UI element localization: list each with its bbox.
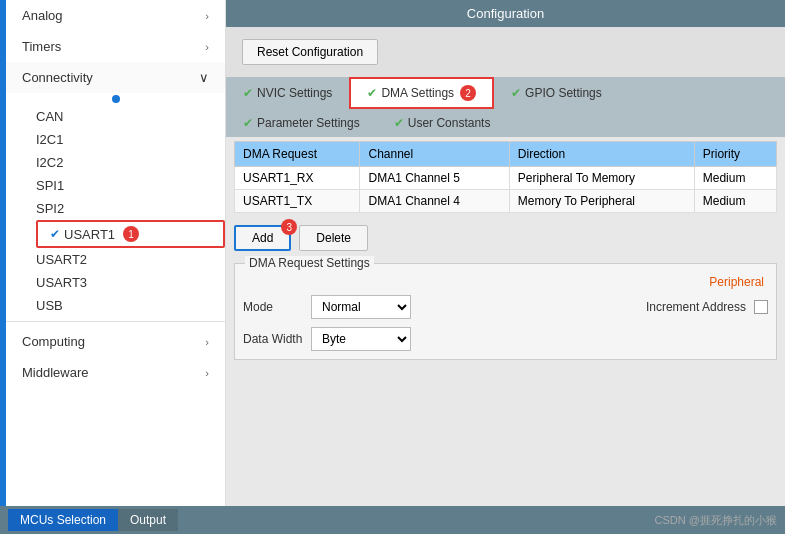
sidebar-sub-item-can[interactable]: CAN: [36, 105, 225, 128]
col-header-direction: Direction: [509, 142, 694, 167]
chevron-down-icon: ∨: [199, 70, 209, 85]
sidebar-item-connectivity[interactable]: Connectivity ∨: [6, 62, 225, 93]
mode-row: Mode Normal Circular Increment Address: [243, 295, 768, 319]
sidebar-sub-item-usart1[interactable]: ✔ USART1 1: [36, 220, 225, 248]
cell-priority: Medium: [694, 190, 776, 213]
connectivity-submenu: CAN I2C1 I2C2 SPI1 SPI2 ✔ USART1 1 USART…: [6, 105, 225, 317]
tab-nvic-settings[interactable]: ✔ NVIC Settings: [226, 77, 349, 109]
mode-select[interactable]: Normal Circular: [311, 295, 411, 319]
main-content: Configuration Reset Configuration ✔ NVIC…: [226, 0, 785, 506]
chevron-right-icon: ›: [205, 336, 209, 348]
peripheral-label: Peripheral: [709, 275, 764, 289]
chevron-right-icon: ›: [205, 367, 209, 379]
increment-address-label: Increment Address: [646, 300, 746, 314]
tabs-row2: ✔ Parameter Settings ✔ User Constants: [226, 109, 785, 137]
cell-direction: Peripheral To Memory: [509, 167, 694, 190]
sidebar-item-middleware[interactable]: Middleware ›: [6, 357, 225, 388]
add-button[interactable]: Add 3: [234, 225, 291, 251]
table-row[interactable]: USART1_TX DMA1 Channel 4 Memory To Perip…: [235, 190, 777, 213]
cell-channel: DMA1 Channel 4: [360, 190, 509, 213]
col-header-channel: Channel: [360, 142, 509, 167]
config-header: Configuration: [226, 0, 785, 27]
delete-button[interactable]: Delete: [299, 225, 368, 251]
col-header-dma-request: DMA Request: [235, 142, 360, 167]
sidebar-sub-item-spi1[interactable]: SPI1: [36, 174, 225, 197]
connectivity-indicator: [6, 93, 225, 105]
usart1-badge: 1: [123, 226, 139, 242]
settings-box-title: DMA Request Settings: [245, 256, 374, 270]
data-width-select[interactable]: Byte Half Word Word: [311, 327, 411, 351]
reset-config-button[interactable]: Reset Configuration: [242, 39, 378, 65]
tabs-row1: ✔ NVIC Settings ✔ DMA Settings 2 ✔ GPIO …: [226, 77, 785, 109]
check-icon: ✔: [243, 116, 253, 130]
add-badge: 3: [281, 219, 297, 235]
tab-dma-settings[interactable]: ✔ DMA Settings 2: [349, 77, 494, 109]
sidebar-sub-item-usb[interactable]: USB: [36, 294, 225, 317]
tab-parameter-settings[interactable]: ✔ Parameter Settings: [226, 109, 377, 137]
sidebar-item-timers[interactable]: Timers ›: [6, 31, 225, 62]
cell-priority: Medium: [694, 167, 776, 190]
increment-address-checkbox[interactable]: [754, 300, 768, 314]
tab-output[interactable]: Output: [118, 509, 178, 531]
sidebar-item-computing[interactable]: Computing ›: [6, 326, 225, 357]
sidebar-sub-item-spi2[interactable]: SPI2: [36, 197, 225, 220]
dma-table: DMA Request Channel Direction Priority U…: [234, 141, 777, 213]
sidebar: Analog › Timers › Connectivity ∨ CAN I2C…: [6, 0, 226, 506]
dma-request-settings: DMA Request Settings Peripheral Mode Nor…: [234, 263, 777, 360]
bottom-tabs: MCUs Selection Output: [8, 509, 178, 531]
tab-gpio-settings[interactable]: ✔ GPIO Settings: [494, 77, 619, 109]
data-width-row: Data Width Byte Half Word Word: [243, 327, 768, 351]
mode-label: Mode: [243, 300, 303, 314]
chevron-right-icon: ›: [205, 10, 209, 22]
cell-channel: DMA1 Channel 5: [360, 167, 509, 190]
data-width-label: Data Width: [243, 332, 303, 346]
cell-direction: Memory To Peripheral: [509, 190, 694, 213]
check-icon: ✔: [511, 86, 521, 100]
cell-request: USART1_TX: [235, 190, 360, 213]
sidebar-sub-item-usart2[interactable]: USART2: [36, 248, 225, 271]
sidebar-item-analog[interactable]: Analog ›: [6, 0, 225, 31]
tab-mcus-selection[interactable]: MCUs Selection: [8, 509, 118, 531]
action-row: Add 3 Delete: [234, 225, 777, 251]
watermark: CSDN @捱死挣扎的小猴: [655, 513, 777, 528]
table-row[interactable]: USART1_RX DMA1 Channel 5 Peripheral To M…: [235, 167, 777, 190]
check-icon: ✔: [394, 116, 404, 130]
check-icon: ✔: [243, 86, 253, 100]
check-icon: ✔: [367, 86, 377, 100]
sidebar-sub-item-usart3[interactable]: USART3: [36, 271, 225, 294]
bottom-bar: MCUs Selection Output CSDN @捱死挣扎的小猴: [0, 506, 785, 534]
sidebar-sub-item-i2c2[interactable]: I2C2: [36, 151, 225, 174]
check-icon: ✔: [50, 227, 60, 241]
cell-request: USART1_RX: [235, 167, 360, 190]
tab-user-constants[interactable]: ✔ User Constants: [377, 109, 508, 137]
dma-badge: 2: [460, 85, 476, 101]
divider: [6, 321, 225, 322]
sidebar-sub-item-i2c1[interactable]: I2C1: [36, 128, 225, 151]
col-header-priority: Priority: [694, 142, 776, 167]
chevron-right-icon: ›: [205, 41, 209, 53]
dma-table-container: DMA Request Channel Direction Priority U…: [234, 141, 777, 213]
